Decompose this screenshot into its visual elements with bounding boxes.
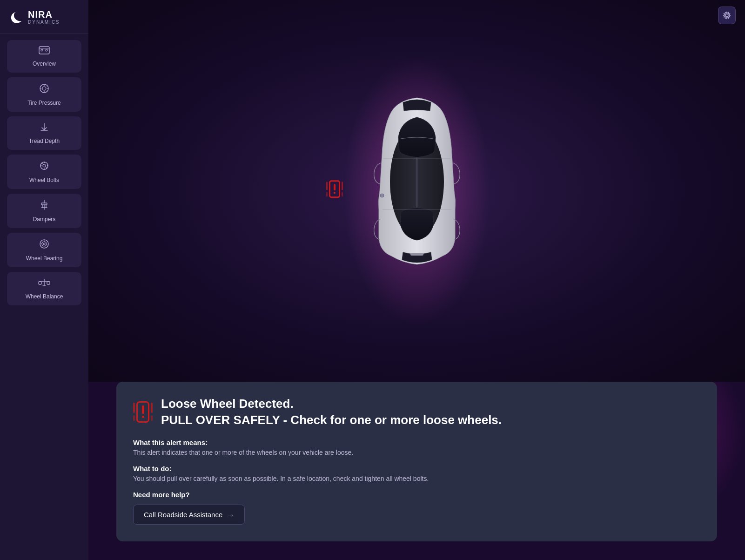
dampers-icon (39, 199, 49, 213)
sidebar-item-overview-label: Overview (33, 61, 56, 67)
alert-section1-title: What this alert means: (133, 439, 700, 446)
svg-point-16 (47, 165, 48, 166)
alert-title-block: Loose Wheel Detected. PULL OVER SAFELY -… (161, 396, 502, 428)
car-image (366, 79, 468, 303)
sidebar-item-tread-depth[interactable]: Tread Depth (7, 116, 81, 150)
svg-rect-32 (47, 282, 50, 284)
settings-button[interactable] (718, 7, 736, 24)
svg-point-28 (43, 243, 45, 245)
sidebar-item-overview[interactable]: Overview (7, 40, 81, 73)
alert-warning-icon (133, 401, 153, 423)
sidebar-item-wheel-balance[interactable]: Wheel Balance (7, 272, 81, 305)
settings-icon (722, 11, 732, 20)
svg-point-5 (42, 87, 46, 90)
alert-header: Loose Wheel Detected. PULL OVER SAFELY -… (133, 396, 700, 428)
alert-section2-body: You should pull over carefully as soon a… (133, 475, 700, 482)
alert-section3-title: Need more help? (133, 491, 700, 499)
alert-section1-body: This alert indicates that one or more of… (133, 449, 700, 456)
svg-rect-0 (39, 47, 49, 54)
svg-point-1 (41, 49, 43, 51)
sidebar-item-wheel-balance-label: Wheel Balance (26, 293, 63, 300)
logo-area: NIRA DYNAMICS (0, 0, 88, 34)
main-content: Loose Wheel Detected. PULL OVER SAFELY -… (88, 0, 745, 560)
svg-point-17 (41, 163, 42, 164)
svg-point-11 (40, 162, 48, 169)
sidebar-item-wheel-bearing-label: Wheel Bearing (26, 255, 63, 262)
brand-subtitle: DYNAMICS (28, 20, 60, 25)
svg-point-12 (43, 164, 46, 167)
svg-point-13 (44, 162, 45, 163)
svg-point-18 (46, 167, 47, 168)
svg-point-41 (380, 194, 384, 197)
svg-point-15 (40, 165, 41, 166)
sidebar: NIRA DYNAMICS Overview (0, 0, 88, 560)
tire-pressure-icon (39, 83, 50, 97)
alert-panel: Loose Wheel Detected. PULL OVER SAFELY -… (116, 382, 717, 541)
nira-logo-icon (7, 8, 24, 25)
car-svg (366, 79, 468, 303)
car-visualization (88, 0, 745, 382)
svg-point-2 (46, 49, 47, 51)
svg-rect-31 (39, 282, 41, 284)
wheel-warning-indicator (326, 180, 343, 198)
wheel-balance-icon (38, 277, 50, 290)
brand-name: NIRA (28, 9, 60, 20)
topbar (709, 0, 745, 31)
sidebar-item-dampers[interactable]: Dampers (7, 194, 81, 228)
alert-section2-title: What to do: (133, 465, 700, 472)
cta-arrow: → (227, 511, 234, 519)
svg-point-14 (44, 169, 45, 169)
wheel-bolts-icon (39, 160, 50, 174)
overview-icon (38, 46, 50, 58)
svg-rect-42 (410, 253, 423, 256)
sidebar-item-wheel-bearing[interactable]: Wheel Bearing (7, 233, 81, 267)
sidebar-item-tread-depth-label: Tread Depth (29, 138, 60, 144)
sidebar-item-wheel-bolts[interactable]: Wheel Bolts (7, 155, 81, 189)
sidebar-item-tire-pressure-label: Tire Pressure (27, 100, 61, 106)
call-roadside-button[interactable]: Call Roadside Assistance → (133, 505, 245, 525)
sidebar-item-dampers-label: Dampers (33, 216, 56, 223)
cta-label: Call Roadside Assistance (144, 511, 222, 519)
alert-title-line1: Loose Wheel Detected. (161, 396, 502, 412)
sidebar-item-wheel-bolts-label: Wheel Bolts (29, 177, 59, 183)
sidebar-item-tire-pressure[interactable]: Tire Pressure (7, 77, 81, 112)
svg-point-27 (42, 242, 47, 246)
logo-text: NIRA DYNAMICS (28, 9, 60, 25)
alert-title-line2: PULL OVER SAFELY - Check for one or more… (161, 412, 502, 428)
wheel-bearing-icon (39, 238, 50, 252)
svg-point-34 (725, 14, 728, 17)
tread-depth-icon (39, 122, 49, 135)
